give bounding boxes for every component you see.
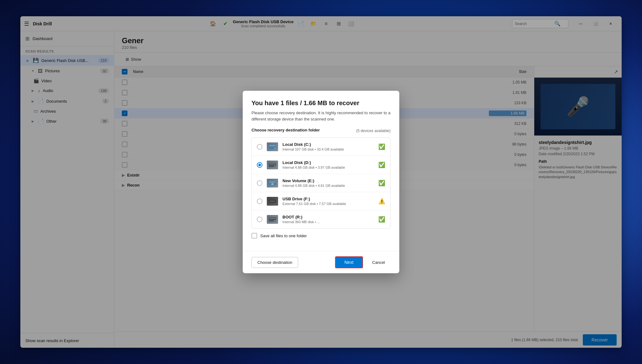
modal-overlay[interactable]: You have 1 files / 1.66 MB to recover Pl…: [20, 16, 622, 348]
device-label-d: Local Disk (D:): [282, 160, 374, 165]
device-sub-e: Internal 4.88 GB disk • 4.81 GB availabl…: [282, 184, 374, 187]
hdd-icon-d: [267, 161, 278, 169]
devices-list: Local Disk (C:) Internal 107 GB disk • 3…: [251, 137, 391, 228]
save-one-folder-checkbox[interactable]: [251, 233, 257, 238]
svg-rect-1: [269, 145, 276, 146]
device-details-c: Local Disk (C:) Internal 107 GB disk • 3…: [282, 142, 374, 151]
modal-footer: Choose destination Next Cancel: [243, 251, 399, 273]
radio-e[interactable]: [257, 180, 262, 186]
save-one-folder-row: Save all files to one folder: [251, 233, 391, 238]
usb-icon-f: [267, 197, 278, 206]
device-status-ok-icon: ✅: [378, 143, 385, 150]
radio-r[interactable]: [257, 217, 262, 222]
device-label-c: Local Disk (C:): [282, 142, 374, 147]
device-sub-r: Internal 360 MB disk • ...: [282, 220, 374, 224]
device-sub-c: Internal 107 GB disk • 33.4 GB available: [282, 147, 374, 151]
svg-rect-11: [270, 200, 275, 202]
device-label-f: USB Drive (F:): [282, 197, 374, 201]
device-option-c[interactable]: Local Disk (C:) Internal 107 GB disk • 3…: [252, 138, 390, 156]
save-one-folder-label: Save all files to one folder: [260, 233, 307, 238]
device-sub-f: External 7.61 GB disk • 7.57 GB availabl…: [282, 202, 374, 206]
svg-point-2: [274, 147, 276, 149]
modal-title: You have 1 files / 1.66 MB to recover: [251, 100, 391, 107]
hdd-icon-c: [267, 142, 278, 151]
hdd-icon-r: [267, 215, 278, 224]
hdd-icon-e: [267, 179, 278, 187]
modal-section-title: Choose recovery destination folder: [251, 128, 320, 132]
device-details-e: New Volume (E:) Internal 4.88 GB disk • …: [282, 178, 374, 187]
cancel-button[interactable]: Cancel: [367, 257, 391, 268]
radio-c[interactable]: [257, 144, 262, 150]
svg-rect-9: [272, 183, 273, 184]
device-option-d[interactable]: Local Disk (D:) Internal 4.88 GB disk • …: [252, 156, 390, 174]
device-status-warn-icon: ⚠️: [378, 198, 385, 205]
radio-d[interactable]: [257, 162, 262, 168]
app-window: ☰ Disk Drill 🏠 ✔ Generic Flash Disk USB …: [20, 16, 622, 348]
next-button[interactable]: Next: [335, 256, 363, 268]
device-status-ok-icon-r: ✅: [378, 216, 385, 223]
device-label-e: New Volume (E:): [282, 178, 374, 183]
svg-rect-7: [269, 182, 276, 182]
modal-section-header: Choose recovery destination folder (5 de…: [251, 128, 391, 134]
device-option-r[interactable]: BOOT (R:) Internal 360 MB disk • ... ✅: [252, 210, 390, 228]
radio-f[interactable]: [257, 198, 262, 204]
svg-rect-4: [269, 163, 276, 164]
device-status-ok-icon-d: ✅: [378, 161, 385, 168]
device-details-d: Local Disk (D:) Internal 4.88 GB disk • …: [282, 160, 374, 169]
device-status-ok-icon-e: ✅: [378, 180, 385, 187]
device-sub-d: Internal 4.88 GB disk • 3.97 GB availabl…: [282, 166, 374, 169]
device-label-r: BOOT (R:): [282, 215, 374, 219]
svg-point-14: [274, 220, 276, 221]
device-option-f[interactable]: USB Drive (F:) External 7.61 GB disk • 7…: [252, 192, 390, 210]
modal-dialog: You have 1 files / 1.66 MB to recover Pl…: [243, 91, 399, 273]
modal-description: Please choose recovery destination. It i…: [251, 110, 391, 122]
choose-destination-button[interactable]: Choose destination: [251, 257, 298, 268]
svg-rect-13: [269, 218, 276, 219]
device-details-r: BOOT (R:) Internal 360 MB disk • ...: [282, 215, 374, 224]
modal-body: You have 1 files / 1.66 MB to recover Pl…: [243, 91, 399, 251]
devices-count: (5 devices available): [356, 129, 391, 133]
device-option-e[interactable]: New Volume (E:) Internal 4.88 GB disk • …: [252, 174, 390, 192]
device-details-f: USB Drive (F:) External 7.61 GB disk • 7…: [282, 197, 374, 206]
svg-point-5: [274, 166, 276, 167]
